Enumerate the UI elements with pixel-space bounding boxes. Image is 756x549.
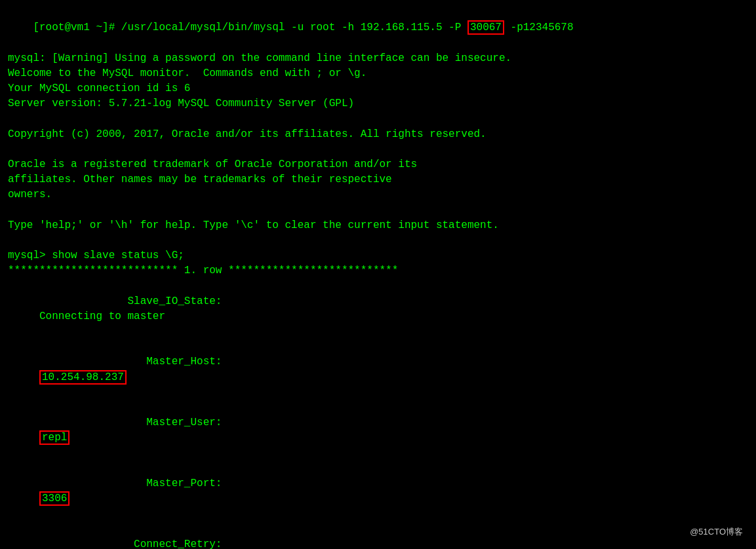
server-line: Server version: 5.7.21-log MySQL Communi… [8,96,748,111]
connect-retry-row: Connect_Retry: 60 [8,521,748,549]
welcome-line: Welcome to the MySQL monitor. Commands e… [8,66,748,81]
master-port-label: Master_Port: [33,478,222,489]
copyright-line: Copyright (c) 2000, 2017, Oracle and/or … [8,127,748,142]
master-host-box: 10.254.98.237 [39,370,127,385]
port-highlight: 30067 [468,20,504,35]
master-host-label: Master_Host: [33,356,222,368]
trademark-line-3: owners. [8,187,748,202]
master-user-label: Master_User: [33,417,222,428]
master-user-row: Master_User: repl [8,400,748,461]
master-user-value: repl [33,430,70,445]
master-host-row: Master_Host: 10.254.98.237 [8,339,748,400]
slave-io-state-label: Slave_IO_State: [33,295,222,307]
trademark-line-2: affiliates. Other names may be trademark… [8,172,748,187]
help-text-line: Type 'help;' or '\h' for help. Type '\c'… [8,218,748,233]
row-separator: *************************** 1. row *****… [8,263,748,278]
slave-io-state-value-text: Connecting to master [39,311,165,322]
terminal: [root@vm1 ~]# /usr/local/mysql/bin/mysql… [8,5,748,544]
master-port-box: 3306 [39,491,70,506]
slave-io-state-value [33,311,39,322]
watermark: @51CTO博客 [690,526,743,539]
master-port-value: 3306 [33,491,70,506]
connid-line: Your MySQL connection id is 6 [8,81,748,96]
slave-io-state-row: Slave_IO_State: Connecting to master [8,278,748,339]
master-user-box: repl [39,430,70,445]
mysql-command-line: mysql> show slave status \G; [8,248,748,263]
master-port-row: Master_Port: 3306 [8,461,748,522]
trademark-line-1: Oracle is a registered trademark of Orac… [8,157,748,172]
prompt-text: [root@vm1 ~]# /usr/local/mysql/bin/mysql… [33,22,468,33]
command-line: [root@vm1 ~]# /usr/local/mysql/bin/mysql… [8,5,748,51]
warning-line-1: mysql: [Warning] Using a password on the… [8,51,748,66]
connect-retry-label: Connect_Retry: [33,539,222,549]
master-host-value [33,371,39,383]
